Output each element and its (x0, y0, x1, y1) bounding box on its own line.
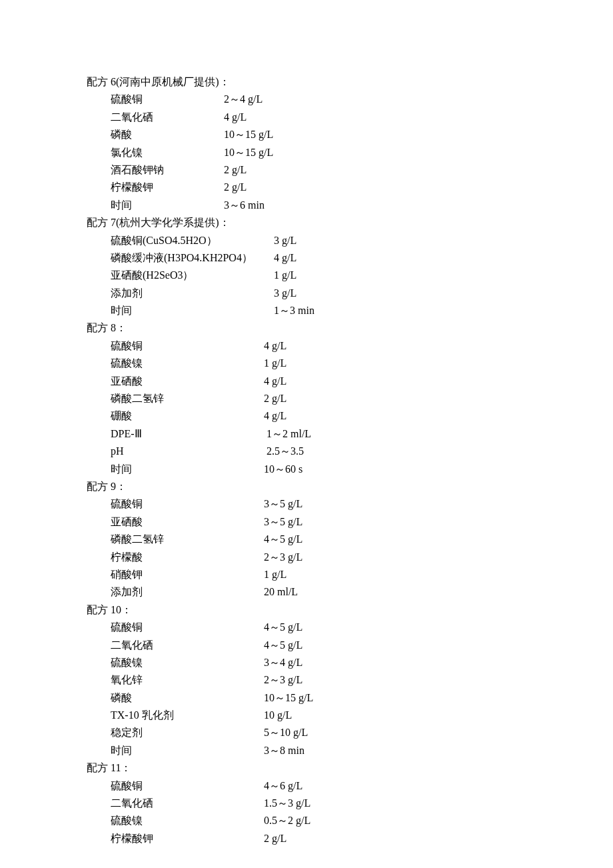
formula-entry: 时间1～3 min (87, 302, 526, 319)
formula-title: 配方 9： (87, 478, 526, 495)
formula-title: 配方 6(河南中原机械厂提供)： (87, 73, 526, 91)
formula-entry: 亚硒酸3～5 g/L (87, 513, 526, 531)
formula-entry: 磷酸10～15 g/L (87, 126, 526, 143)
formula-entry: DPE-Ⅲ 1～2 ml/L (87, 425, 526, 443)
formula-entry: 二氧化硒4～5 g/L (87, 637, 526, 654)
entry-label: 时间 (111, 302, 274, 319)
entry-value: 3 g/L (274, 232, 297, 249)
formula-entry: 硫酸铜3～5 g/L (87, 495, 526, 513)
formula-entry: 硫酸镍0.5～2 g/L (87, 812, 526, 829)
entry-label: 时间 (111, 742, 264, 759)
entry-value: 2 g/L (264, 390, 287, 407)
entry-value: 2～4 g/L (224, 91, 263, 108)
entry-value: 1 g/L (264, 355, 287, 372)
entry-value: 4 g/L (264, 407, 287, 425)
entry-label: 磷酸二氢锌 (111, 390, 264, 407)
entry-value: 1 g/L (264, 566, 287, 583)
entry-value: 3～5 g/L (264, 495, 303, 513)
entry-label: 磷酸 (111, 126, 224, 143)
entry-label: 硫酸镍 (111, 654, 264, 671)
entry-label: 硝酸钾 (111, 566, 264, 583)
formula-entry: 硫酸铜4 g/L (87, 337, 526, 355)
entry-value: 2 g/L (264, 830, 287, 847)
formula-title: 配方 10： (87, 601, 526, 619)
formula-title: 配方 8： (87, 319, 526, 337)
formula-title: 配方 11： (87, 759, 526, 777)
entry-value: 4 g/L (224, 109, 247, 126)
entry-label: 稳定剂 (111, 724, 264, 741)
entry-value: 2.5～3.5 (264, 443, 304, 460)
entry-label: 硫酸铜 (111, 91, 224, 108)
formula-entry: 磷酸缓冲液(H3PO4.KH2PO4）4 g/L (87, 249, 526, 267)
entry-label: 二氧化硒 (111, 109, 224, 126)
entry-label: 硫酸铜 (111, 619, 264, 636)
entry-label: 氯化镍 (111, 144, 224, 161)
entry-value: 4 g/L (274, 249, 297, 267)
entry-value: 10～15 g/L (224, 144, 273, 161)
entry-value: 3～6 min (224, 197, 265, 214)
formula-entry: 添加剂3 g/L (87, 285, 526, 302)
formula-entry: 硫酸镍3～4 g/L (87, 654, 526, 671)
formula-entry: 硫酸铜2～4 g/L (87, 91, 526, 108)
entry-value: 4 g/L (264, 373, 287, 390)
entry-value: 2～3 g/L (264, 549, 303, 566)
entry-value: 1～3 min (274, 302, 314, 319)
entry-label: 亚硒酸(H2SeO3） (111, 267, 274, 284)
formula-entry: 氯化镍10～15 g/L (87, 144, 526, 161)
formula-entry: 硝酸钾1 g/L (87, 566, 526, 583)
entry-value: 0.5～2 g/L (264, 812, 310, 829)
formula-entry: 添加剂20 ml/L (87, 583, 526, 601)
entry-label: 硫酸铜 (111, 495, 264, 513)
entry-value: 4 g/L (264, 337, 287, 355)
entry-value: 4～5 g/L (264, 531, 303, 548)
document-body: 配方 6(河南中原机械厂提供)：硫酸铜2～4 g/L二氧化硒4 g/L磷酸10～… (87, 73, 526, 847)
entry-value: 20 ml/L (264, 583, 298, 601)
formula-entry: 磷酸二氢锌2 g/L (87, 390, 526, 407)
formula-entry: 硫酸镍1 g/L (87, 355, 526, 372)
entry-value: 2 g/L (224, 161, 247, 179)
entry-value: 10～15 g/L (224, 126, 273, 143)
formula-entry: 柠檬酸钾2 g/L (87, 179, 526, 196)
entry-label: 亚硒酸 (111, 513, 264, 531)
formula-entry: 二氧化硒4 g/L (87, 109, 526, 126)
entry-label: 酒石酸钾钠 (111, 161, 224, 179)
formula-entry: 稳定剂5～10 g/L (87, 724, 526, 741)
entry-label: 柠檬酸钾 (111, 179, 224, 196)
entry-value: 1.5～3 g/L (264, 795, 310, 812)
formula-entry: 时间3～6 min (87, 197, 526, 214)
entry-value: 10～60 s (264, 461, 303, 478)
entry-label: TX-10 乳化剂 (111, 707, 264, 724)
formula-title: 配方 7(杭州大学化学系提供)： (87, 214, 526, 231)
entry-value: 2～3 g/L (264, 671, 303, 689)
formula-entry: 硫酸铜4～5 g/L (87, 619, 526, 636)
entry-value: 1 g/L (274, 267, 297, 284)
entry-label: 硫酸铜 (111, 337, 264, 355)
entry-label: 硫酸镍 (111, 355, 264, 372)
formula-entry: 氧化锌2～3 g/L (87, 671, 526, 689)
entry-label: 时间 (111, 197, 224, 214)
entry-value: 4～5 g/L (264, 637, 303, 654)
entry-value: 3～5 g/L (264, 513, 303, 531)
entry-label: pH (111, 443, 264, 460)
formula-entry: 柠檬酸2～3 g/L (87, 549, 526, 566)
entry-label: 添加剂 (111, 285, 274, 302)
entry-label: 亚硒酸 (111, 373, 264, 390)
entry-label: 硫酸镍 (111, 812, 264, 829)
formula-entry: 硫酸铜(CuSO4.5H2O）3 g/L (87, 232, 526, 249)
entry-label: 磷酸二氢锌 (111, 531, 264, 548)
entry-value: 3～4 g/L (264, 654, 303, 671)
entry-label: 二氧化硒 (111, 795, 264, 812)
formula-entry: 硫酸铜4～6 g/L (87, 777, 526, 795)
formula-entry: 二氧化硒1.5～3 g/L (87, 795, 526, 812)
formula-entry: pH 2.5～3.5 (87, 443, 526, 460)
entry-value: 10 g/L (264, 707, 292, 724)
entry-value: 5～10 g/L (264, 724, 308, 741)
formula-entry: 时间10～60 s (87, 461, 526, 478)
entry-value: 4～6 g/L (264, 777, 303, 795)
formula-entry: 柠檬酸钾2 g/L (87, 830, 526, 847)
formula-entry: 硼酸4 g/L (87, 407, 526, 425)
entry-label: 添加剂 (111, 583, 264, 601)
entry-label: 时间 (111, 461, 264, 478)
entry-label: DPE-Ⅲ (111, 425, 264, 443)
entry-value: 4～5 g/L (264, 619, 303, 636)
